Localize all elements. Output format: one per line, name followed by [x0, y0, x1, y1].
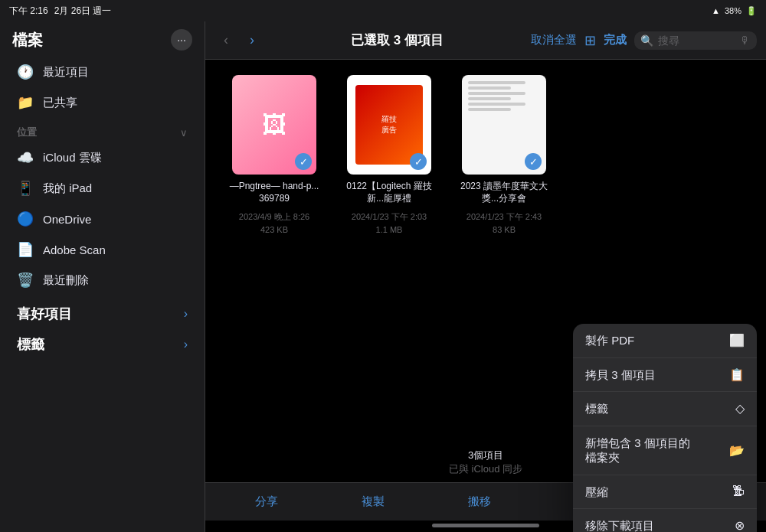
- back-button[interactable]: ‹: [214, 29, 237, 52]
- search-icon: 🔍: [640, 34, 653, 47]
- file-thumbnail-3: ✓: [462, 75, 546, 175]
- recent-icon: 🕐: [17, 64, 34, 80]
- sidebar-item-onedrive-label: OneDrive: [43, 213, 91, 226]
- toolbar-title: 已選取 3 個項目: [270, 31, 525, 49]
- onedrive-icon: 🔵: [17, 211, 34, 227]
- sidebar: 檔案 ··· 🕐 最近項目 📁 已共享 位置 ∨ ☁️ iCloud 雲碟 📱 …: [0, 21, 205, 532]
- context-menu-tag[interactable]: 標籤 ◇: [573, 392, 757, 426]
- context-menu-new-folder[interactable]: 新增包含 3 個項目的檔案夾 📂: [573, 426, 757, 475]
- sidebar-item-adobescan[interactable]: 📄 Adobe Scan: [5, 235, 200, 264]
- sidebar-title: 檔案: [12, 30, 43, 51]
- sidebar-item-recent[interactable]: 🕐 最近項目: [5, 57, 200, 86]
- file-thumbnail-2: 羅技廣告 ✓: [347, 75, 431, 175]
- compress-icon: 🗜: [732, 485, 745, 498]
- adobescan-icon: 📄: [17, 241, 34, 258]
- doc-line-2: [468, 86, 511, 90]
- sidebar-item-deleted[interactable]: 🗑️ 最近刪除: [5, 266, 200, 295]
- status-bar: 下午 2:16 2月 26日 週一 ▲ 38% 🔋: [0, 0, 766, 21]
- context-menu-remove-download[interactable]: 移除下載項目 ⊗: [573, 509, 757, 532]
- sidebar-item-ipad[interactable]: 📱 我的 iPad: [5, 174, 200, 203]
- sidebar-more-button[interactable]: ···: [171, 29, 192, 51]
- context-menu-copy[interactable]: 拷貝 3 個項目 📋: [573, 358, 757, 393]
- content-area: ‹ › 已選取 3 個項目 取消全選 ⊞ 完成 🔍 🎙 🖼: [205, 21, 766, 532]
- tags-chevron: ›: [184, 338, 188, 351]
- shared-icon: 📁: [17, 94, 34, 111]
- copy-label: 拷貝 3 個項目: [585, 367, 656, 383]
- share-button[interactable]: 分享: [243, 488, 290, 515]
- copy-button[interactable]: 複製: [349, 488, 397, 515]
- grid-toggle-icon[interactable]: ⊞: [584, 32, 596, 49]
- file-check-1: ✓: [295, 153, 312, 170]
- remove-download-label: 移除下載項目: [585, 518, 654, 532]
- move-button[interactable]: 搬移: [456, 488, 503, 515]
- file-meta-2: 2024/1/23 下午 2:03 1.1 MB: [352, 211, 427, 236]
- sidebar-item-ipad-label: 我的 iPad: [43, 181, 92, 196]
- thumb-red-inner-2: 羅技廣告: [355, 85, 423, 165]
- status-time: 下午 2:16: [9, 5, 48, 18]
- nav-buttons: ‹ ›: [214, 29, 264, 52]
- location-section-header: 位置 ∨: [0, 118, 205, 142]
- sidebar-item-shared[interactable]: 📁 已共享: [5, 88, 200, 117]
- doc-line-4: [468, 97, 511, 100]
- new-folder-label: 新增包含 3 個項目的檔案夾: [585, 436, 690, 465]
- doc-line-6: [468, 108, 511, 111]
- tag-icon: ◇: [735, 401, 745, 416]
- file-meta-1: 2023/4/9 晚上 8:26 423 KB: [239, 211, 309, 236]
- sidebar-header: 檔案 ···: [0, 21, 205, 57]
- forward-button[interactable]: ›: [241, 29, 264, 52]
- favorites-chevron: ›: [184, 307, 188, 321]
- sidebar-item-icloud-label: iCloud 雲碟: [43, 151, 102, 165]
- make-pdf-label: 製作 PDF: [585, 333, 634, 348]
- content-toolbar: ‹ › 已選取 3 個項目 取消全選 ⊞ 完成 🔍 🎙: [205, 21, 766, 60]
- favorites-section: 喜好項目 ›: [0, 295, 205, 326]
- favorites-label: 喜好項目: [17, 305, 72, 323]
- file-thumbnail-1: 🖼 ✓: [232, 75, 316, 175]
- main-layout: 檔案 ··· 🕐 最近項目 📁 已共享 位置 ∨ ☁️ iCloud 雲碟 📱 …: [0, 21, 766, 532]
- make-pdf-icon: ⬜: [729, 333, 745, 348]
- file-name-2: 0122【Logitech 羅技新...龍厚禮: [343, 181, 435, 204]
- file-item-1[interactable]: 🖼 ✓ —Pngtree— hand-p...369789 2023/4/9 晚…: [228, 75, 320, 236]
- sidebar-item-deleted-label: 最近刪除: [43, 273, 89, 288]
- sidebar-item-recent-label: 最近項目: [43, 65, 89, 80]
- cancel-all-button[interactable]: 取消全選: [531, 33, 577, 47]
- context-menu-compress[interactable]: 壓縮 🗜: [573, 475, 757, 510]
- search-bar[interactable]: 🔍 🎙: [634, 31, 757, 50]
- tag-label: 標籤: [585, 401, 608, 416]
- file-check-2: ✓: [410, 153, 427, 170]
- sidebar-item-shared-label: 已共享: [43, 96, 77, 110]
- doc-line-3: [468, 92, 525, 95]
- context-menu-make-pdf[interactable]: 製作 PDF ⬜: [573, 324, 757, 358]
- deleted-icon: 🗑️: [17, 272, 34, 289]
- status-date: 2月 26日 週一: [54, 5, 112, 18]
- location-section-title: 位置: [17, 126, 38, 139]
- icloud-icon: ☁️: [17, 149, 34, 166]
- toolbar-actions: 取消全選 ⊞ 完成 🔍 🎙: [531, 31, 757, 50]
- doc-line-5: [468, 103, 525, 106]
- home-indicator: [432, 524, 539, 527]
- remove-download-icon: ⊗: [735, 518, 745, 532]
- ipad-icon: 📱: [17, 180, 34, 197]
- sidebar-item-icloud[interactable]: ☁️ iCloud 雲碟: [5, 143, 200, 172]
- search-input[interactable]: [658, 34, 735, 47]
- file-item-3[interactable]: ✓ 2023 讀墨年度華文大獎...分享會 2024/1/23 下午 2:43 …: [458, 75, 550, 236]
- file-check-3: ✓: [525, 153, 542, 170]
- mic-icon: 🎙: [740, 34, 751, 47]
- tags-section: 標籤 ›: [0, 326, 205, 357]
- compress-label: 壓縮: [585, 485, 608, 500]
- done-button[interactable]: 完成: [604, 33, 627, 47]
- sidebar-item-onedrive[interactable]: 🔵 OneDrive: [5, 204, 200, 233]
- file-name-3: 2023 讀墨年度華文大獎...分享會: [458, 181, 550, 204]
- file-meta-3: 2024/1/23 下午 2:43 83 KB: [466, 211, 542, 236]
- battery-icon: 🔋: [746, 6, 757, 16]
- location-chevron: ∨: [180, 127, 188, 139]
- new-folder-icon: 📂: [729, 443, 745, 458]
- file-name-1: —Pngtree— hand-p...369789: [228, 181, 320, 204]
- sidebar-item-adobescan-label: Adobe Scan: [43, 243, 106, 256]
- battery-text: 38%: [725, 6, 741, 15]
- status-left: 下午 2:16 2月 26日 週一: [9, 5, 111, 18]
- status-right: ▲ 38% 🔋: [712, 6, 757, 16]
- doc-line-1: [468, 81, 525, 84]
- wifi-icon: ▲: [712, 6, 720, 15]
- file-item-2[interactable]: 羅技廣告 ✓ 0122【Logitech 羅技新...龍厚禮 2024/1/23…: [343, 75, 435, 236]
- tags-label: 標籤: [17, 335, 44, 354]
